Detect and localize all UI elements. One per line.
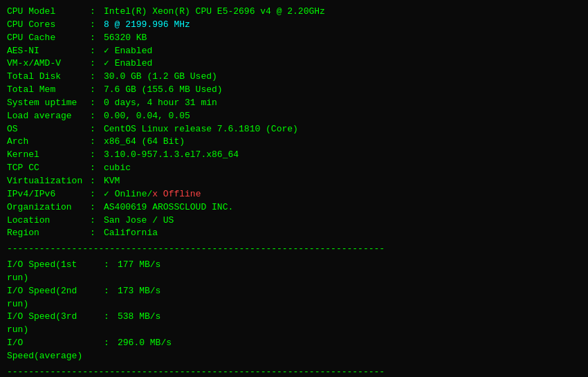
vm-amd-v-row: VM-x/AMD-V : ✓ Enabled — [7, 57, 581, 71]
vm-amd-v-label: VM-x/AMD-V — [7, 57, 90, 71]
cpu-cores-label: CPU Cores — [7, 19, 90, 32]
ipv4-ipv6-label: IPv4/IPv6 — [7, 188, 90, 201]
io-second-run-row: I/O Speed(2nd run) : 173 MB/s — [7, 285, 581, 311]
os-row: OS : CentOS Linux release 7.6.1810 (Core… — [7, 123, 581, 136]
load-average-value: 0.00, 0.04, 0.05 — [104, 110, 190, 123]
os-value: CentOS Linux release 7.6.1810 (Core) — [104, 123, 298, 136]
organization-row: Organization : AS400619 AROSSCLOUD INC. — [7, 201, 581, 214]
total-mem-label: Total Mem — [7, 84, 90, 97]
ipv4-ipv6-row: IPv4/IPv6 : ✓ Online / x Offline — [7, 188, 581, 201]
io-first-run-value: 177 MB/s — [118, 259, 160, 285]
vm-amd-v-value: ✓ Enabled — [104, 57, 152, 71]
cpu-cores-value: 8 @ 2199.996 MHz — [104, 19, 190, 32]
region-label: Region — [7, 227, 90, 240]
system-info-section: CPU Model : Intel(R) Xeon(R) CPU E5-2696… — [7, 6, 581, 240]
cpu-cache-label: CPU Cache — [7, 32, 90, 45]
virtualization-row: Virtualization : KVM — [7, 175, 581, 188]
location-value: San Jose / US — [104, 214, 174, 228]
aes-ni-label: AES-NI — [7, 45, 90, 58]
tcp-cc-label: TCP CC — [7, 162, 90, 175]
kernel-value: 3.10.0-957.1.3.el7.x86_64 — [104, 149, 239, 162]
region-value: California — [104, 227, 158, 240]
io-third-run-row: I/O Speed(3rd run) : 538 MB/s — [7, 311, 581, 337]
location-row: Location : San Jose / US — [7, 214, 581, 228]
io-third-run-value: 538 MB/s — [118, 311, 160, 337]
aes-ni-value: ✓ Enabled — [104, 45, 152, 58]
kernel-label: Kernel — [7, 149, 90, 162]
io-average-label: I/O Speed(average) — [7, 337, 104, 363]
os-label: OS — [7, 123, 90, 136]
divider-2: ----------------------------------------… — [7, 366, 581, 377]
system-uptime-row: System uptime : 0 days, 4 hour 31 min — [7, 97, 581, 110]
organization-value: AS400619 AROSSCLOUD INC. — [104, 201, 233, 214]
io-first-run-label: I/O Speed(1st run) — [7, 259, 104, 285]
load-average-label: Load average — [7, 110, 90, 123]
io-average-row: I/O Speed(average) : 296.0 MB/s — [7, 337, 581, 363]
io-second-run-value: 173 MB/s — [118, 285, 160, 311]
cpu-model-value: Intel(R) Xeon(R) CPU E5-2696 v4 @ 2.20GH… — [104, 6, 325, 19]
divider-1: ----------------------------------------… — [7, 243, 581, 256]
region-row: Region : California — [7, 227, 581, 240]
total-disk-label: Total Disk — [7, 71, 90, 84]
virtualization-label: Virtualization — [7, 175, 90, 188]
io-third-run-label: I/O Speed(3rd run) — [7, 311, 104, 337]
organization-label: Organization — [7, 201, 90, 214]
ipv6-status: x Offline — [152, 188, 201, 201]
location-label: Location — [7, 214, 90, 228]
system-uptime-value: 0 days, 4 hour 31 min — [104, 97, 217, 110]
tcp-cc-row: TCP CC : cubic — [7, 162, 581, 175]
cpu-model-label: CPU Model — [7, 6, 90, 19]
virtualization-value: KVM — [104, 175, 120, 188]
io-first-run-row: I/O Speed(1st run) : 177 MB/s — [7, 259, 581, 285]
cpu-cores-row: CPU Cores : 8 @ 2199.996 MHz — [7, 19, 581, 32]
io-second-run-label: I/O Speed(2nd run) — [7, 285, 104, 311]
load-average-row: Load average : 0.00, 0.04, 0.05 — [7, 110, 581, 123]
arch-row: Arch : x86_64 (64 Bit) — [7, 136, 581, 149]
io-average-value: 296.0 MB/s — [118, 337, 172, 363]
cpu-cache-value: 56320 KB — [104, 32, 147, 45]
arch-value: x86_64 (64 Bit) — [104, 136, 185, 149]
total-mem-row: Total Mem : 7.6 GB (155.6 MB Used) — [7, 84, 581, 97]
total-mem-value: 7.6 GB (155.6 MB Used) — [104, 84, 223, 97]
cpu-model-row: CPU Model : Intel(R) Xeon(R) CPU E5-2696… — [7, 6, 581, 19]
total-disk-value: 30.0 GB (1.2 GB Used) — [104, 71, 217, 84]
aes-ni-row: AES-NI : ✓ Enabled — [7, 45, 581, 58]
system-uptime-label: System uptime — [7, 97, 90, 110]
tcp-cc-value: cubic — [104, 162, 131, 175]
kernel-row: Kernel : 3.10.0-957.1.3.el7.x86_64 — [7, 149, 581, 162]
total-disk-row: Total Disk : 30.0 GB (1.2 GB Used) — [7, 71, 581, 84]
ipv4-status: ✓ Online — [104, 188, 147, 201]
cpu-cache-row: CPU Cache : 56320 KB — [7, 32, 581, 45]
io-section: I/O Speed(1st run) : 177 MB/s I/O Speed(… — [7, 259, 581, 363]
arch-label: Arch — [7, 136, 90, 149]
ipv4-ipv6-separator: / — [147, 188, 152, 201]
